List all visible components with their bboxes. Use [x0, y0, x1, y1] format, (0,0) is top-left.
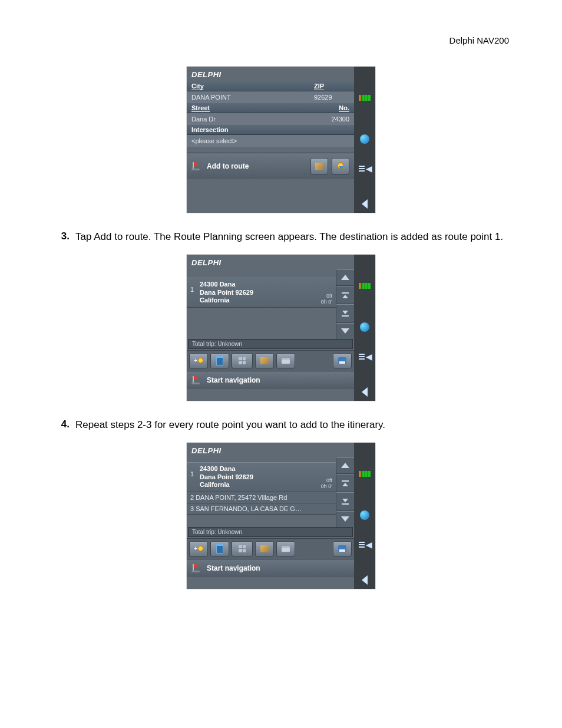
- save-pin-icon: [336, 162, 345, 170]
- plus-pin-icon: +: [194, 357, 203, 365]
- add-to-route-button[interactable]: Add to route: [191, 162, 249, 170]
- row-value-street-no[interactable]: Dana Dr 24300: [187, 113, 354, 125]
- route-point-meta: 0ft 0h 0': [321, 293, 332, 305]
- label-zip: ZIP: [314, 83, 349, 90]
- trash-icon: [216, 544, 223, 554]
- start-navigation-button[interactable]: Start navigation: [191, 564, 260, 572]
- map-icon: [260, 357, 269, 364]
- add-point-button[interactable]: +: [189, 541, 208, 556]
- add-point-button[interactable]: +: [189, 353, 208, 368]
- save-route-button[interactable]: [333, 353, 352, 368]
- step-3-text: Tap Add to route. The Route Planning scr…: [75, 230, 509, 244]
- calculate-button[interactable]: [232, 541, 253, 556]
- brand-logo: DELPHI: [187, 255, 354, 269]
- tool-row: +: [187, 350, 354, 371]
- bottom-bar: Start navigation: [187, 371, 354, 389]
- scroll-down-button[interactable]: [336, 511, 354, 527]
- route-point-row[interactable]: 1 24300 Dana Dana Point 92629 California…: [187, 278, 336, 308]
- battery-icon: [358, 281, 371, 291]
- side-panel: ◀: [354, 67, 375, 213]
- page-header-product: Delphi NAV200: [53, 35, 509, 45]
- map-icon: [315, 163, 323, 170]
- step-4-text: Repeat steps 2-3 for every route point y…: [75, 419, 509, 432]
- total-trip-status: Total trip: Unknown: [188, 527, 353, 537]
- route-point-row-2[interactable]: 2 DANA POINT, 25472 Village Rd: [187, 492, 336, 503]
- move-up-button[interactable]: [336, 474, 354, 493]
- route-point-row-3[interactable]: 3 SAN FERNANDO, LA CASA DE G…: [187, 503, 336, 515]
- show-map-button[interactable]: [255, 541, 274, 556]
- value-intersection: <please select>: [191, 137, 349, 144]
- flag-icon: [191, 564, 203, 572]
- label-no: No.: [314, 104, 349, 111]
- row-header-city-zip: City ZIP: [187, 81, 354, 91]
- options-menu-button[interactable]: ◀: [358, 351, 371, 362]
- value-zip: 92629: [314, 94, 349, 101]
- save-route-button[interactable]: [333, 541, 352, 556]
- plus-pin-icon: +: [194, 545, 203, 553]
- value-city: DANA POINT: [191, 94, 314, 101]
- screenshot-address-entry: DELPHI City ZIP DANA POINT 92629 Street …: [187, 67, 375, 213]
- side-panel: ◀: [354, 255, 375, 401]
- options-menu-button[interactable]: ◀: [358, 163, 371, 174]
- label-city: City: [191, 83, 314, 90]
- move-down-button[interactable]: [336, 492, 354, 511]
- save-destination-button[interactable]: [332, 158, 349, 174]
- route-point-number: 1: [190, 281, 196, 305]
- gps-globe-icon: [358, 134, 371, 144]
- start-navigation-label: Start navigation: [207, 564, 260, 572]
- battery-icon: [358, 469, 371, 479]
- back-button[interactable]: [358, 387, 371, 397]
- scroll-down-button[interactable]: [336, 323, 354, 339]
- total-trip-status: Total trip: Unknown: [188, 339, 353, 349]
- scroll-column: [336, 457, 354, 527]
- battery-icon: [358, 93, 371, 103]
- open-route-button[interactable]: [276, 541, 295, 556]
- move-up-button[interactable]: [336, 286, 354, 305]
- show-on-map-button[interactable]: [310, 158, 328, 174]
- add-to-route-label: Add to route: [207, 162, 249, 170]
- calculate-button[interactable]: [232, 353, 253, 368]
- value-no: 24300: [314, 116, 349, 123]
- delete-point-button[interactable]: [210, 353, 229, 368]
- trash-icon: [216, 356, 223, 365]
- disk-icon: [338, 545, 346, 552]
- brand-logo: DELPHI: [187, 67, 354, 81]
- row-header-street-no: Street No.: [187, 103, 354, 113]
- scroll-column: [336, 269, 354, 339]
- folder-icon: [282, 358, 290, 364]
- options-menu-button[interactable]: ◀: [358, 539, 371, 550]
- step-4-number: 4.: [53, 419, 75, 432]
- tool-row: +: [187, 538, 354, 559]
- row-value-city-zip[interactable]: DANA POINT 92629: [187, 91, 354, 103]
- start-navigation-label: Start navigation: [207, 376, 260, 384]
- bottom-bar: Add to route: [187, 153, 354, 179]
- delete-point-button[interactable]: [210, 541, 229, 556]
- back-button[interactable]: [358, 199, 371, 209]
- scroll-up-button[interactable]: [336, 457, 354, 474]
- side-panel: ◀: [354, 443, 375, 589]
- route-point-number: 1: [190, 465, 196, 489]
- step-3-number: 3.: [53, 230, 75, 244]
- disk-icon: [338, 357, 346, 364]
- show-map-button[interactable]: [255, 353, 274, 368]
- flag-icon: [191, 162, 203, 170]
- screenshot-route-plan-3: DELPHI 1 24300 Dana Dana Point 92629 Cal…: [187, 443, 375, 589]
- label-street: Street: [191, 104, 314, 111]
- calculator-icon: [239, 545, 246, 552]
- folder-icon: [282, 546, 290, 552]
- route-point-address: 24300 Dana Dana Point 92629 California: [200, 281, 318, 305]
- open-route-button[interactable]: [276, 353, 295, 368]
- route-point-address: 24300 Dana Dana Point 92629 California: [200, 465, 318, 489]
- move-down-button[interactable]: [336, 304, 354, 323]
- value-street: Dana Dr: [191, 116, 314, 123]
- scroll-up-button[interactable]: [336, 269, 354, 286]
- row-value-intersection[interactable]: <please select>: [187, 135, 354, 147]
- flag-icon: [191, 376, 203, 384]
- calculator-icon: [239, 357, 246, 364]
- start-navigation-button[interactable]: Start navigation: [191, 376, 260, 384]
- route-point-row[interactable]: 1 24300 Dana Dana Point 92629 California…: [187, 462, 336, 492]
- bottom-bar: Start navigation: [187, 559, 354, 577]
- back-button[interactable]: [358, 575, 371, 585]
- row-header-intersection: Intersection: [187, 125, 354, 135]
- label-intersection: Intersection: [191, 126, 349, 133]
